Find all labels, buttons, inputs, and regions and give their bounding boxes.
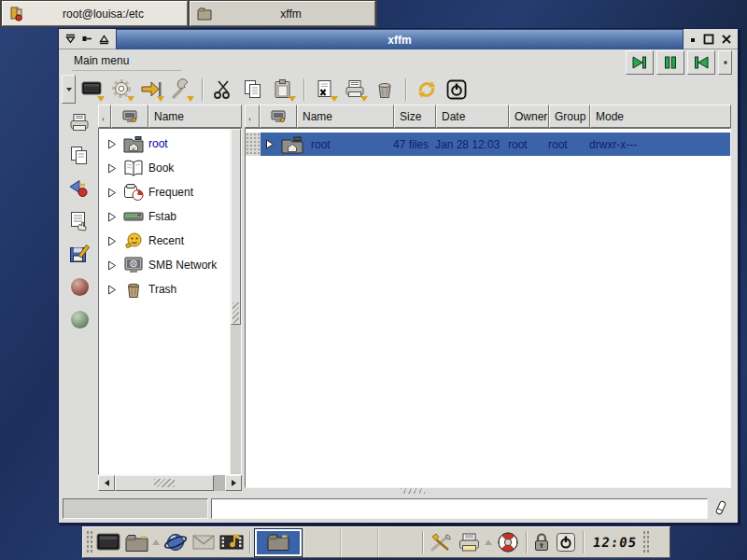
panel-separator <box>249 531 250 553</box>
expander-icon[interactable] <box>265 139 275 149</box>
file-mode-cell: drwxr-x--- <box>589 138 637 151</box>
tree-item-label: Book <box>148 161 174 175</box>
files-body[interactable]: root 47 files Jan 28 12:03 root root drw… <box>245 128 731 488</box>
active-task-button-xffm[interactable] <box>254 528 303 557</box>
seek-start-button[interactable] <box>687 50 715 75</box>
terminal-icon[interactable] <box>78 77 106 103</box>
help-lifering-icon[interactable] <box>494 529 522 555</box>
expander-icon[interactable] <box>107 236 117 246</box>
tree-item-trash[interactable]: Trash <box>99 277 230 301</box>
expander-icon[interactable] <box>107 212 117 222</box>
tree-item-smb-network[interactable]: SMB Network <box>99 253 230 277</box>
scroll-left-arrow[interactable] <box>98 475 115 491</box>
eraser-icon[interactable] <box>711 498 731 519</box>
popup-arrow-icon[interactable] <box>150 529 162 555</box>
tree-vertical-scrollbar[interactable] <box>230 129 241 474</box>
status-entry-input[interactable] <box>211 498 708 519</box>
expander-icon[interactable] <box>107 285 117 295</box>
tools-wrench-icon[interactable] <box>167 77 195 103</box>
expander-icon[interactable] <box>107 163 117 174</box>
multimedia-icon[interactable] <box>218 529 246 555</box>
empty-task-slot[interactable] <box>340 528 377 557</box>
column-header-mode[interactable]: Mode <box>590 105 731 128</box>
smb-network-icon <box>122 256 145 274</box>
tree-item-fstab[interactable]: Fstab <box>99 204 230 229</box>
detach-button[interactable] <box>718 50 732 75</box>
browser-globe-icon[interactable] <box>162 529 190 555</box>
lock-icon[interactable] <box>530 529 553 555</box>
sphere-green-icon[interactable] <box>67 308 92 330</box>
files-tick-header[interactable]: , <box>245 105 260 128</box>
tree-item-recent[interactable]: Recent <box>99 229 230 253</box>
frequent-folder-icon <box>122 183 145 202</box>
taskbar-button-terminal[interactable]: root@louisa:/etc <box>2 1 188 26</box>
column-header-size[interactable]: Size <box>394 105 436 128</box>
scrollbar-thumb[interactable] <box>115 475 214 491</box>
taskbar-button-xffm[interactable]: xffm <box>190 1 375 26</box>
collapse-toolbar-button[interactable] <box>62 75 76 104</box>
paste-icon[interactable] <box>269 77 297 103</box>
scrollbar-track[interactable] <box>214 475 225 491</box>
quit-power-icon[interactable] <box>553 529 579 555</box>
panel-grip[interactable] <box>642 530 651 554</box>
close-icon[interactable] <box>721 34 732 45</box>
scripts-icon[interactable] <box>311 77 339 103</box>
media-controls <box>626 50 732 75</box>
scroll-right-arrow[interactable] <box>225 475 242 491</box>
column-header-group[interactable]: Group <box>549 105 590 128</box>
main-menu[interactable]: Main menu <box>72 52 182 71</box>
sphere-red-icon[interactable] <box>67 275 92 298</box>
expander-icon[interactable] <box>107 260 117 271</box>
monitor-icon <box>122 110 137 123</box>
copy-icon[interactable] <box>239 77 267 103</box>
tree-item-book[interactable]: Book <box>99 156 230 180</box>
refresh-icon[interactable] <box>413 77 441 103</box>
expander-icon[interactable] <box>107 188 117 198</box>
titlebar[interactable]: xffm <box>59 29 738 49</box>
iconify-button[interactable] <box>689 35 697 43</box>
select-hand-icon[interactable] <box>67 210 92 232</box>
differences-icon[interactable] <box>67 177 92 200</box>
window-resize-grip[interactable] <box>401 488 425 494</box>
expander-icon[interactable] <box>107 139 117 149</box>
files-icon-header[interactable] <box>260 105 297 128</box>
tree-horizontal-scrollbar[interactable] <box>98 475 242 491</box>
popup-arrow-icon[interactable] <box>483 529 494 555</box>
shade-icon[interactable] <box>98 33 110 45</box>
empty-task-slot[interactable] <box>303 528 340 557</box>
cut-icon[interactable] <box>209 77 237 103</box>
column-header-owner[interactable]: Owner <box>509 105 549 128</box>
print-icon[interactable] <box>67 112 92 134</box>
copy-icon[interactable] <box>67 145 92 167</box>
panel-grip[interactable] <box>86 530 94 554</box>
save-edit-icon[interactable] <box>67 243 92 265</box>
folder-icon[interactable] <box>122 529 150 555</box>
mail-icon[interactable] <box>190 529 218 555</box>
tree-item-root[interactable]: root <box>99 132 230 156</box>
empty-task-slot[interactable] <box>377 528 415 557</box>
tree-icon-header[interactable] <box>111 105 148 128</box>
print-icon[interactable] <box>455 529 483 555</box>
column-header-date[interactable]: Date <box>436 105 509 128</box>
seek-end-button[interactable] <box>626 50 654 75</box>
tree-name-header[interactable]: Name <box>148 105 242 128</box>
titlebar-title[interactable]: xffm <box>116 29 684 49</box>
scrollbar-thumb[interactable] <box>231 129 241 325</box>
window-menu-icon[interactable] <box>64 33 77 45</box>
pause-button[interactable] <box>656 50 684 75</box>
file-row-root-selected[interactable]: root 47 files Jan 28 12:03 root root drw… <box>246 133 730 156</box>
trash-icon[interactable] <box>371 77 399 103</box>
terminal-icon[interactable] <box>94 529 122 555</box>
maximize-button[interactable] <box>703 34 714 45</box>
titlebar-right-tab <box>684 29 738 49</box>
file-owner-cell: root <box>508 138 548 151</box>
tools-icon[interactable] <box>427 529 455 555</box>
column-header-name[interactable]: Name <box>297 105 394 128</box>
exit-power-icon[interactable] <box>443 77 471 103</box>
print-icon[interactable] <box>341 77 369 103</box>
goto-arrow-icon[interactable] <box>137 77 165 103</box>
settings-gear-icon[interactable] <box>107 77 135 103</box>
tree-item-frequent[interactable]: Frequent <box>99 180 230 204</box>
pin-icon[interactable] <box>81 33 93 45</box>
tree-tick-header[interactable]: , <box>98 105 111 128</box>
